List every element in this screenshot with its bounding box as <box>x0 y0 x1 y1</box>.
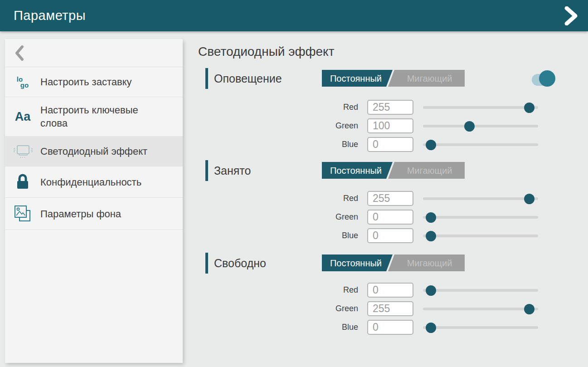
section-alert-header: Оповещение Мигающий Постоянный <box>198 68 588 89</box>
rgb-row-red: Red <box>198 98 588 117</box>
blue-label: Blue <box>198 231 358 240</box>
red-slider[interactable] <box>423 193 538 204</box>
alert-toggle-switch[interactable] <box>532 70 556 87</box>
sidebar-item-label: Настроить заставку <box>40 75 132 88</box>
blue-slider[interactable] <box>423 322 538 333</box>
green-slider[interactable] <box>423 121 538 132</box>
slider-thumb[interactable] <box>426 323 436 333</box>
chevron-left-icon <box>15 45 24 61</box>
rgb-group-free: Red Green Blue <box>198 281 588 337</box>
slider-thumb[interactable] <box>524 194 535 204</box>
red-slider[interactable] <box>423 285 538 296</box>
sidebar: logo Настроить заставку Aa Настроить клю… <box>5 39 183 363</box>
section-name: Оповещение <box>214 72 282 85</box>
slider-thumb[interactable] <box>464 121 475 132</box>
accent-bar <box>205 253 208 274</box>
switch-knob <box>539 70 555 87</box>
rgb-row-red: Red <box>198 189 588 208</box>
green-value-input[interactable] <box>367 118 413 133</box>
blue-value-input[interactable] <box>367 137 413 152</box>
content-title: Светодиодный эффект <box>198 44 588 59</box>
blue-value-input[interactable] <box>367 228 413 243</box>
main-panel: Светодиодный эффект Оповещение Мигающий … <box>198 0 588 337</box>
section-free-header: Свободно Мигающий Постоянный <box>198 253 588 274</box>
slider-track <box>423 308 538 310</box>
accent-bar <box>205 68 208 89</box>
slider-track <box>423 125 538 127</box>
slider-thumb[interactable] <box>426 231 436 241</box>
red-label: Red <box>198 103 358 112</box>
keywords-icon: Aa <box>5 110 40 124</box>
rgb-row-green: Green <box>198 208 588 226</box>
rgb-group-busy: Red Green Blue <box>198 189 588 245</box>
sidebar-item-screensaver[interactable]: logo Настроить заставку <box>5 67 183 97</box>
red-label: Red <box>198 194 358 203</box>
sidebar-item-background[interactable]: Параметры фона <box>5 198 183 230</box>
slider-track <box>423 143 538 146</box>
red-value-input[interactable] <box>367 100 413 115</box>
mode-segment-alert: Мигающий Постоянный <box>322 70 465 87</box>
green-label: Green <box>198 121 358 131</box>
mode-segment-free: Мигающий Постоянный <box>322 254 465 271</box>
rgb-row-green: Green <box>198 299 588 318</box>
mode-segment-busy: Мигающий Постоянный <box>322 162 465 179</box>
green-slider[interactable] <box>423 303 538 314</box>
logo-icon: logo <box>5 76 40 88</box>
mode-solid-button[interactable]: Постоянный <box>322 254 393 271</box>
red-slider[interactable] <box>423 102 538 113</box>
blue-label: Blue <box>198 140 358 149</box>
section-busy-header: Занято Мигающий Постоянный <box>198 160 588 181</box>
rgb-group-alert: Red Green Blue <box>198 98 588 154</box>
section-name: Занято <box>214 164 251 177</box>
rgb-row-green: Green <box>198 117 588 135</box>
slider-thumb[interactable] <box>426 140 436 150</box>
slider-track <box>423 326 538 329</box>
red-label: Red <box>198 285 358 295</box>
sidebar-item-label: Настроить ключевые слова <box>40 103 154 130</box>
sidebar-item-privacy[interactable]: Конфиденциальность <box>5 166 183 198</box>
green-value-input[interactable] <box>367 210 413 225</box>
green-value-input[interactable] <box>367 301 413 316</box>
chevron-right-icon[interactable] <box>564 6 578 25</box>
page-header-title: Параметры <box>14 8 86 23</box>
blue-value-input[interactable] <box>367 320 413 335</box>
background-images-icon <box>5 204 40 223</box>
app-header: Параметры <box>0 0 588 31</box>
sidebar-item-keywords[interactable]: Aa Настроить ключевые слова <box>5 97 183 137</box>
sidebar-item-label: Конфиденциальность <box>40 176 141 189</box>
slider-thumb[interactable] <box>426 285 436 296</box>
slider-track <box>423 289 538 292</box>
mode-solid-button[interactable]: Постоянный <box>322 70 393 87</box>
rgb-row-blue: Blue <box>198 135 588 154</box>
lock-icon <box>5 173 40 191</box>
sidebar-item-label: Светодиодный эффект <box>40 145 147 158</box>
blue-label: Blue <box>198 323 358 332</box>
accent-bar <box>205 160 208 181</box>
led-display-icon <box>5 144 40 159</box>
rgb-row-red: Red <box>198 281 588 299</box>
red-value-input[interactable] <box>367 191 413 206</box>
blue-slider[interactable] <box>423 139 538 150</box>
slider-track <box>423 106 538 109</box>
slider-thumb[interactable] <box>524 304 535 314</box>
slider-thumb[interactable] <box>524 103 535 113</box>
rgb-row-blue: Blue <box>198 226 588 245</box>
red-value-input[interactable] <box>367 283 413 298</box>
blue-slider[interactable] <box>423 230 538 241</box>
rgb-row-blue: Blue <box>198 318 588 337</box>
slider-thumb[interactable] <box>426 212 436 223</box>
sidebar-item-led-effect[interactable]: Светодиодный эффект <box>5 137 183 166</box>
mode-solid-button[interactable]: Постоянный <box>322 162 393 179</box>
green-label: Green <box>198 212 358 222</box>
sidebar-item-label: Параметры фона <box>40 207 121 220</box>
slider-track <box>423 235 538 237</box>
section-name: Свободно <box>214 257 266 270</box>
slider-track <box>423 197 538 200</box>
slider-track <box>423 216 538 219</box>
green-slider[interactable] <box>423 212 538 223</box>
back-button[interactable] <box>5 39 183 67</box>
green-label: Green <box>198 304 358 313</box>
